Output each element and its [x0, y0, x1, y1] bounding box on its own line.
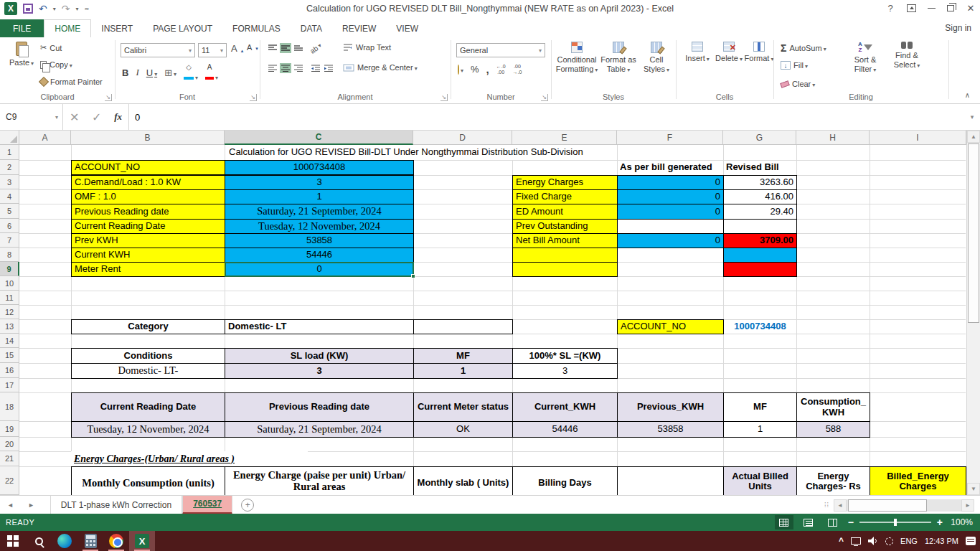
vertical-scrollbar-thumb[interactable] — [968, 143, 979, 323]
cell-C8[interactable]: 54446 — [225, 248, 414, 263]
vertical-scrollbar[interactable]: ▲ ▼ — [966, 131, 980, 495]
format-cells-button[interactable]: Format — [745, 42, 773, 63]
close-button[interactable]: ✕ — [966, 3, 976, 14]
cell-G18[interactable]: MF — [723, 392, 797, 422]
cell-G8[interactable] — [723, 248, 797, 263]
column-header-A[interactable]: A — [19, 131, 71, 145]
copy-button[interactable]: Copy — [40, 60, 72, 69]
column-header-I[interactable]: I — [870, 131, 966, 145]
cell-B9[interactable]: Meter Rent — [71, 262, 225, 277]
tray-sync-icon[interactable] — [885, 537, 893, 545]
tab-view[interactable]: VIEW — [386, 19, 428, 37]
cell-B8[interactable]: Current KWH — [71, 248, 225, 263]
tab-file[interactable]: FILE — [0, 19, 44, 37]
tab-home[interactable]: HOME — [44, 19, 91, 37]
increase-decimal-button[interactable]: ←.0.00 — [496, 64, 506, 75]
row-header-12[interactable]: 12 — [0, 305, 19, 319]
row-header-22[interactable]: 22 — [0, 466, 19, 495]
cell-G2[interactable]: Revised Bill — [723, 160, 796, 175]
find-select-button[interactable]: Find & Select — [888, 42, 925, 70]
cell-C22[interactable]: Energy Charge (paise per unit) Urban/ Ru… — [225, 466, 414, 495]
row-header-4[interactable]: 4 — [0, 189, 19, 204]
row-header-15[interactable]: 15 — [0, 348, 19, 363]
cell-C13[interactable]: Domestic- LT — [225, 319, 414, 334]
shrink-font-button[interactable]: A▾ — [247, 43, 258, 52]
comma-style-button[interactable]: , — [486, 63, 489, 75]
start-button[interactable] — [0, 531, 26, 551]
column-header-G[interactable]: G — [723, 131, 796, 145]
scroll-right-button[interactable]: ► — [961, 499, 974, 512]
insert-cells-button[interactable]: Insert — [683, 42, 712, 63]
cell-C16[interactable]: 3 — [225, 363, 414, 379]
column-header-B[interactable]: B — [71, 131, 225, 145]
cell-B6[interactable]: Current Reading Date — [71, 219, 225, 234]
tab-insert[interactable]: INSERT — [91, 19, 143, 37]
cell-E19[interactable]: 54446 — [512, 421, 618, 438]
chrome-taskbar-button[interactable] — [103, 531, 129, 551]
tab-review[interactable]: REVIEW — [332, 19, 386, 37]
cell-F6[interactable] — [617, 219, 724, 234]
underline-button[interactable]: U — [146, 67, 157, 78]
cell-B5[interactable]: Previous Reading date — [71, 204, 225, 220]
alignment-dialog-launcher[interactable]: ↘ — [440, 94, 448, 101]
cell-D16[interactable]: 1 — [413, 363, 513, 379]
cell-C6[interactable]: Tuesday, 12 November, 2024 — [225, 219, 414, 234]
orientation-button[interactable]: ab — [308, 41, 323, 56]
help-button[interactable]: ? — [885, 3, 895, 14]
fill-button[interactable]: ↓Fill — [781, 61, 808, 70]
row-header-5[interactable]: 5 — [0, 204, 19, 219]
column-header-F[interactable]: F — [617, 131, 723, 145]
center-button[interactable] — [280, 63, 291, 73]
sheet-tab-dlt-correction[interactable]: DLT 1-phase kWh Correction — [50, 496, 182, 514]
horizontal-scrollbar-thumb[interactable] — [848, 499, 927, 512]
tab-page-layout[interactable]: PAGE LAYOUT — [143, 19, 222, 37]
cell-F4[interactable]: 0 — [617, 189, 724, 204]
prev-sheet-icon[interactable]: ◄ — [0, 501, 21, 509]
cell-styles-button[interactable]: Cell Styles — [640, 42, 673, 74]
next-sheet-icon[interactable]: ► — [21, 501, 42, 509]
excel-taskbar-button[interactable]: X — [129, 531, 155, 551]
row-header-19[interactable]: 19 — [0, 421, 19, 437]
bottom-align-button[interactable] — [293, 43, 304, 53]
clear-button[interactable]: Clear — [781, 80, 815, 88]
cell-F18[interactable]: Previous_KWH — [617, 392, 724, 422]
conditional-formatting-button[interactable]: Conditional Formatting — [557, 42, 597, 74]
scroll-down-button[interactable]: ▼ — [967, 483, 980, 495]
grow-font-button[interactable]: A▴ — [231, 43, 243, 54]
ribbon-display-options-button[interactable] — [907, 4, 916, 12]
collapse-ribbon-button[interactable]: ∧ — [965, 91, 970, 99]
clipboard-dialog-launcher[interactable]: ↘ — [105, 94, 112, 101]
tab-data[interactable]: DATA — [291, 19, 332, 37]
number-dialog-launcher[interactable]: ↘ — [541, 94, 548, 101]
cell-E9[interactable] — [512, 262, 618, 277]
cancel-icon[interactable]: ✕ — [70, 110, 79, 124]
font-size-combo[interactable]: 11▾ — [198, 43, 227, 57]
cell-C7[interactable]: 53858 — [225, 233, 414, 248]
cell-F22[interactable] — [617, 466, 724, 495]
cell-G13[interactable]: 1000734408 — [723, 319, 797, 334]
cell-F19[interactable]: 53858 — [617, 421, 724, 438]
cell-E16[interactable]: 3 — [512, 363, 618, 379]
format-painter-button[interactable]: Format Painter — [40, 77, 103, 86]
cell-C3[interactable]: 3 — [225, 175, 414, 190]
increase-indent-button[interactable] — [323, 63, 334, 73]
align-right-button[interactable] — [293, 63, 304, 73]
cell-G9[interactable] — [723, 262, 797, 277]
calculator-taskbar-button[interactable] — [77, 531, 103, 551]
new-sheet-button[interactable]: + — [241, 499, 254, 512]
cell-B15[interactable]: Conditions — [71, 348, 225, 364]
cell-D19[interactable]: OK — [413, 421, 513, 438]
language-indicator[interactable]: ENG — [900, 537, 918, 545]
insert-function-icon[interactable]: fx — [114, 111, 122, 123]
cell-G4[interactable]: 416.00 — [723, 189, 797, 204]
normal-view-button[interactable] — [775, 515, 793, 529]
row-header-21[interactable]: 21 — [0, 451, 19, 466]
scroll-left-button[interactable]: ◄ — [834, 499, 847, 512]
cell-B21-energy-title[interactable]: Energy Charges-(Urban/ Rural areas ) — [71, 451, 308, 466]
cell-E18[interactable]: Current_KWH — [512, 392, 618, 422]
formula-input[interactable]: 0 — [129, 104, 964, 130]
cell-C9-selected[interactable]: 0 — [225, 262, 414, 277]
cell-F2[interactable]: As per bill generated — [617, 160, 723, 175]
name-box[interactable]: C9 ▾ — [0, 104, 63, 130]
cell-C5[interactable]: Saturday, 21 September, 2024 — [225, 204, 414, 220]
